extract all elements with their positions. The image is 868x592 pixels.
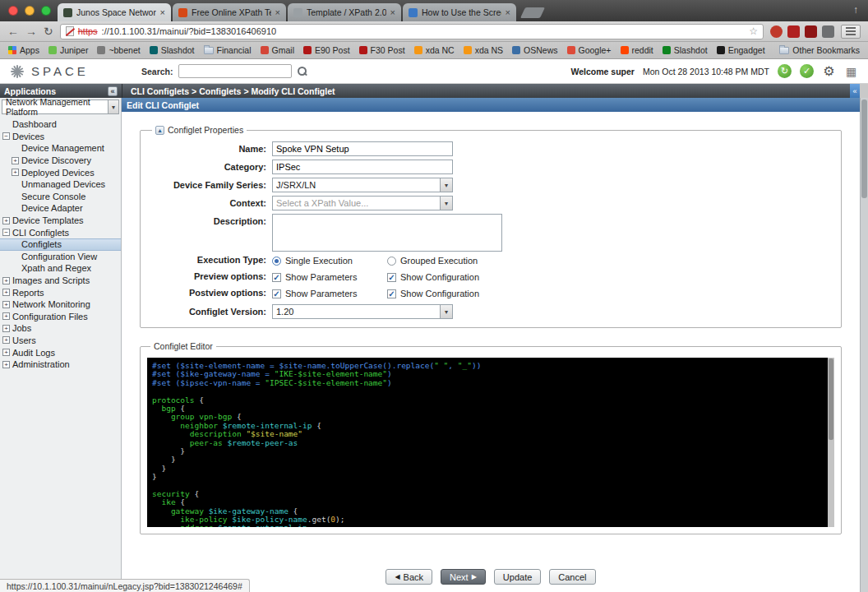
bookmark-financial[interactable]: Financial — [204, 45, 252, 55]
bookmark-star-icon[interactable]: ☆ — [749, 25, 758, 37]
sidebar-item-audit-logs[interactable]: +Audit Logs — [0, 346, 121, 358]
expand-icon[interactable]: + — [2, 336, 10, 344]
configlet-code-editor[interactable]: #set ($site-element-name = $site-name.to… — [147, 358, 834, 527]
device-family-select[interactable]: J/SRX/LN ▾ — [272, 178, 453, 192]
window-expand-icon[interactable]: ↑ — [853, 4, 858, 16]
checkbox-checked[interactable] — [387, 273, 396, 282]
forward-nav-icon[interactable]: → — [25, 25, 37, 37]
status-refresh-icon[interactable]: ↻ — [778, 64, 792, 78]
bookmark-apps[interactable]: Apps — [8, 45, 39, 55]
option-show-configuration[interactable]: Show Configuration — [387, 272, 502, 282]
minimize-window-button[interactable] — [25, 6, 35, 16]
browser-tab[interactable]: Template / XPath 2.0 / XQ× — [288, 3, 401, 21]
bookmark-reddit[interactable]: reddit — [621, 45, 653, 55]
expand-icon[interactable]: + — [12, 169, 19, 176]
sidebar-item-administration[interactable]: +Administration — [0, 358, 121, 371]
expand-icon[interactable]: + — [2, 289, 10, 296]
collapse-icon[interactable]: − — [2, 229, 10, 236]
address-bar[interactable]: https ://10.1.100.31/mainui/?bid=1383016… — [60, 24, 764, 39]
collapse-sidebar-button[interactable]: « — [108, 86, 118, 96]
expand-icon[interactable]: + — [2, 349, 10, 356]
checkbox-checked[interactable] — [272, 289, 281, 298]
collapse-right-panel-button[interactable]: « — [850, 84, 860, 98]
radio-unchecked[interactable] — [387, 257, 396, 266]
option-single-execution[interactable]: Single Execution — [272, 256, 387, 266]
chevron-down-icon[interactable]: ▾ — [108, 100, 118, 113]
category-input[interactable] — [272, 160, 453, 174]
code-area[interactable]: #set ($site-element-name = $site-name.to… — [147, 358, 828, 527]
sidebar-item-device-management[interactable]: Device Management — [0, 142, 121, 155]
tab-close-icon[interactable]: × — [390, 8, 395, 17]
tab-close-icon[interactable]: × — [275, 8, 280, 17]
next-button[interactable]: Next▶ — [441, 569, 486, 585]
search-input[interactable] — [178, 64, 292, 78]
search-icon[interactable] — [297, 66, 307, 76]
expand-icon[interactable]: + — [12, 157, 19, 164]
bookmark-xda-ns[interactable]: xda NS — [464, 45, 503, 55]
sidebar-item-configuration-files[interactable]: +Configuration Files — [0, 311, 121, 323]
description-textarea[interactable] — [272, 214, 502, 252]
apps-launcher-icon[interactable]: ▦ — [844, 64, 858, 78]
option-show-parameters[interactable]: Show Parameters — [272, 289, 387, 298]
bookmark-google[interactable]: Google+ — [567, 45, 612, 55]
sidebar-item-dashboard[interactable]: Dashboard — [0, 118, 121, 131]
settings-gear-icon[interactable]: ⚙ — [822, 64, 836, 78]
insecure-page-icon[interactable] — [66, 26, 74, 36]
application-selector[interactable]: Network Management Platform ▾ — [2, 99, 119, 114]
sidebar-item-unmanaged-devices[interactable]: Unmanaged Devices — [0, 178, 121, 191]
sidebar-item-deployed-devices[interactable]: +Deployed Devices — [0, 166, 121, 178]
expand-icon[interactable]: + — [2, 312, 10, 320]
bookmark-other-bookmarks[interactable]: Other Bookmarks — [779, 45, 860, 55]
sidebar-item-secure-console[interactable]: Secure Console — [0, 191, 121, 203]
sidebar-item-device-templates[interactable]: +Device Templates — [0, 215, 121, 227]
expand-icon[interactable]: + — [2, 217, 10, 224]
bookmark-bbenet[interactable]: ~bbenet — [97, 45, 140, 55]
sidebar-item-images-and-scripts[interactable]: +Images and Scripts — [0, 275, 121, 287]
checkbox-checked[interactable] — [272, 273, 281, 282]
new-tab-button[interactable] — [520, 7, 545, 18]
extension-icon-3[interactable] — [805, 25, 817, 38]
bookmark-gmail[interactable]: Gmail — [261, 45, 294, 55]
bookmark-slashdot[interactable]: Slashdot — [150, 45, 195, 55]
sidebar-item-configuration-view[interactable]: Configuration View — [0, 251, 121, 263]
browser-tab[interactable]: Free Online XPath Tester× — [173, 3, 286, 21]
tab-close-icon[interactable]: × — [506, 8, 510, 17]
bookmark-e90-post[interactable]: E90 Post — [303, 45, 350, 55]
configlet-version-select[interactable]: 1.20 ▾ — [272, 304, 453, 319]
expand-icon[interactable]: + — [2, 277, 10, 284]
expand-icon[interactable]: + — [2, 301, 10, 308]
sidebar-item-jobs[interactable]: +Jobs — [0, 322, 121, 335]
name-input[interactable] — [272, 141, 453, 156]
sidebar-item-device-adapter[interactable]: Device Adapter — [0, 202, 121, 215]
sidebar-item-reports[interactable]: +Reports — [0, 286, 121, 298]
sidebar-item-devices[interactable]: −Devices — [0, 131, 121, 143]
back-button[interactable]: ◀Back — [386, 569, 432, 585]
sidebar-item-xpath-and-regex[interactable]: Xpath and Regex — [0, 262, 121, 275]
browser-tab[interactable]: Junos Space Network Man× — [58, 3, 171, 21]
option-show-configuration[interactable]: Show Configuration — [387, 289, 502, 298]
sidebar-item-network-monitoring[interactable]: +Network Monitoring — [0, 298, 121, 311]
bookmark-slashdot[interactable]: Slashdot — [663, 45, 708, 55]
update-button[interactable]: Update — [494, 569, 541, 585]
extension-icon-4[interactable] — [822, 25, 834, 38]
tab-close-icon[interactable]: × — [160, 8, 165, 17]
back-nav-icon[interactable]: ← — [7, 25, 19, 37]
reload-icon[interactable]: ↻ — [44, 25, 53, 37]
bookmark-osnews[interactable]: OSNews — [512, 45, 557, 55]
extension-icon-2[interactable] — [787, 25, 800, 38]
sidebar-item-device-discovery[interactable]: +Device Discovery — [0, 155, 121, 167]
option-grouped-execution[interactable]: Grouped Execution — [387, 256, 502, 266]
sidebar-item-users[interactable]: +Users — [0, 335, 121, 347]
chrome-menu-button[interactable] — [841, 25, 861, 39]
bookmark-f30-post[interactable]: F30 Post — [359, 45, 405, 55]
bookmark-engadget[interactable]: Engadget — [717, 45, 765, 55]
extension-icon-1[interactable] — [770, 25, 783, 38]
page-scrollbar[interactable] — [860, 98, 868, 592]
collapse-section-icon[interactable]: ▴ — [155, 126, 164, 135]
bookmark-juniper[interactable]: Juniper — [48, 45, 88, 55]
sidebar-item-cli-configlets[interactable]: −CLI Configlets — [0, 226, 121, 238]
expand-icon[interactable]: + — [2, 325, 10, 332]
sidebar-item-configlets[interactable]: Configlets — [0, 238, 121, 251]
collapse-icon[interactable]: − — [2, 132, 10, 140]
chevron-down-icon[interactable]: ▾ — [440, 178, 452, 192]
